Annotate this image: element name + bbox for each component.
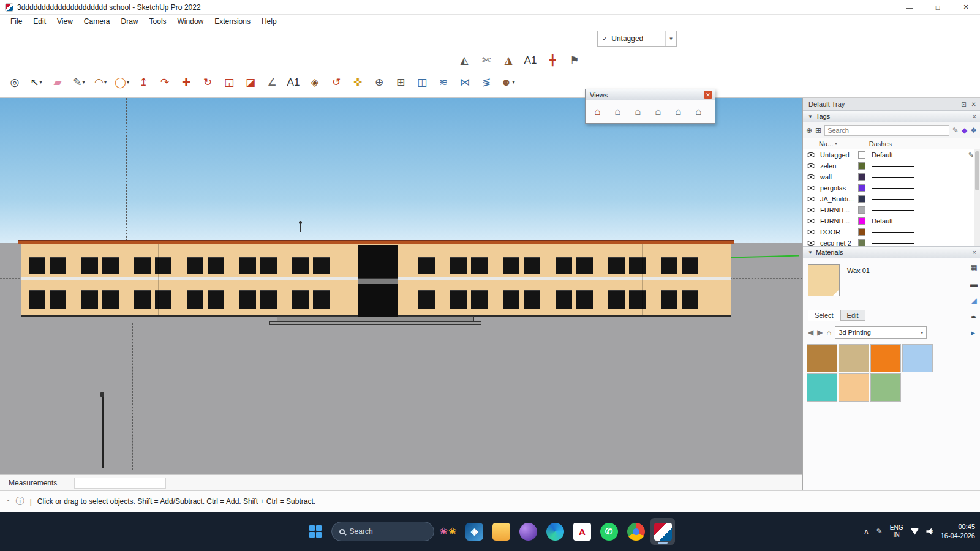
tag-tool-icon[interactable]: ◆ (962, 126, 967, 135)
tool-button[interactable]: ≋ (434, 72, 453, 92)
tool-button[interactable]: ✚ (176, 72, 196, 92)
tags-scrollbar[interactable] (974, 149, 980, 246)
menu-item[interactable]: Extensions (209, 16, 256, 27)
tool-button[interactable]: ◪ (241, 72, 260, 92)
maximize-button[interactable]: □ (924, 0, 952, 15)
menu-item[interactable]: Draw (116, 16, 144, 27)
chevron-down-icon[interactable]: ▾ (665, 31, 676, 46)
tool-button[interactable]: ⋈ (455, 72, 475, 92)
tool-button[interactable]: ✜ (348, 72, 368, 92)
taskbar-app[interactable] (624, 518, 648, 545)
close-icon[interactable]: × (973, 249, 976, 256)
tag-dashes-cell[interactable] (870, 227, 923, 238)
tool-button[interactable]: ✎ ▾ (69, 72, 89, 92)
close-icon[interactable]: ✕ (704, 91, 712, 99)
tool-button[interactable]: ◫ (412, 72, 432, 92)
taskbar-app[interactable]: A (570, 518, 594, 545)
visibility-eye-icon[interactable] (807, 152, 815, 157)
tag-color-swatch[interactable] (858, 228, 865, 236)
view-button[interactable]: ⌂ (669, 103, 687, 121)
chevron-down-icon[interactable]: ▾ (127, 80, 129, 85)
material-swatch[interactable] (902, 344, 933, 372)
taskbar-app[interactable]: ◈ (462, 518, 486, 545)
taskbar-app[interactable] (543, 518, 567, 545)
tool-button[interactable]: ◈ (305, 72, 325, 92)
view-button[interactable]: ⌂ (589, 103, 606, 121)
tab-edit[interactable]: Edit (840, 310, 865, 321)
tool-button[interactable]: ⚑ (565, 50, 584, 70)
status-icon[interactable]: ⓘ (15, 496, 24, 507)
chevron-down-icon[interactable]: ▾ (104, 80, 107, 85)
start-button[interactable] (305, 521, 326, 542)
visibility-eye-icon[interactable] (807, 230, 815, 234)
views-palette-titlebar[interactable]: Views ✕ (586, 89, 715, 100)
material-tool-icon[interactable]: ▦ (970, 263, 977, 272)
tag-color-swatch[interactable] (858, 173, 865, 181)
volume-muted-icon[interactable]: × (926, 528, 933, 535)
tool-button[interactable]: ◯ ▾ (112, 72, 132, 92)
add-tag-folder-icon[interactable]: ⊞ (815, 126, 821, 135)
tool-button[interactable]: ✄ (477, 50, 496, 70)
tag-dashes-cell[interactable] (870, 160, 923, 171)
menu-item[interactable]: View (51, 16, 78, 27)
tool-button[interactable]: ⊞ (391, 72, 410, 92)
hidden-icons-chevron[interactable]: ∧ (864, 527, 869, 536)
tag-dashes-cell[interactable] (870, 238, 923, 246)
pin-icon[interactable]: ⊡ (961, 101, 966, 108)
tags-search-input[interactable] (824, 125, 949, 136)
tag-row[interactable]: Untagged Default ✎ (803, 149, 980, 160)
tool-button[interactable]: ◱ (219, 72, 239, 92)
visibility-eye-icon[interactable] (807, 219, 815, 223)
view-button[interactable]: ⌂ (649, 103, 667, 121)
views-palette[interactable]: Views ✕ ⌂ ⌂ ⌂ ⌂ (585, 89, 715, 124)
pen-icon[interactable]: ✎ (876, 527, 883, 536)
tool-button[interactable]: ◭ (454, 50, 474, 70)
dashes-column-header[interactable]: Dashes (869, 140, 892, 148)
menu-item[interactable]: Window (172, 16, 209, 27)
tag-tool-icon[interactable]: ❖ (970, 126, 977, 135)
tag-color-swatch[interactable] (858, 184, 865, 192)
tool-button[interactable]: ≶ (477, 72, 496, 92)
visibility-eye-icon[interactable] (807, 174, 815, 179)
tag-tool-icon[interactable]: ✎ (952, 126, 959, 135)
tag-color-swatch[interactable] (858, 195, 865, 203)
tag-color-swatch[interactable] (858, 239, 865, 246)
menu-item[interactable]: Tools (144, 16, 172, 27)
tag-dashes-cell[interactable] (870, 182, 923, 193)
tool-button[interactable]: ⊕ (369, 72, 389, 92)
menu-item[interactable]: Help (256, 16, 282, 27)
tag-dashes-cell[interactable] (870, 171, 923, 182)
tag-color-swatch[interactable] (858, 162, 865, 170)
wifi-icon[interactable] (910, 528, 919, 535)
taskbar-search[interactable]: Search (331, 522, 434, 541)
tag-row[interactable]: ceco net 2 ✎ (803, 238, 980, 246)
visibility-eye-icon[interactable] (807, 241, 815, 246)
forward-arrow-icon[interactable]: ▶ (817, 328, 823, 337)
view-button[interactable]: ⌂ (629, 103, 647, 121)
menu-item[interactable]: Camera (78, 16, 116, 27)
tag-row[interactable]: FURNIT... ✎ (803, 204, 980, 216)
close-icon[interactable]: ✕ (971, 101, 976, 108)
view-button[interactable]: ⌂ (690, 103, 707, 121)
materials-section-header[interactable]: ▼ Materials × (803, 246, 980, 258)
tool-button[interactable]: ☻ ▾ (498, 72, 518, 92)
tag-row[interactable]: pergolas ✎ (803, 182, 980, 193)
material-swatch[interactable] (870, 373, 901, 402)
taskbar-app[interactable] (650, 518, 675, 545)
tag-row[interactable]: JA_Buildi... ✎ (803, 193, 980, 204)
tag-dashes-cell[interactable]: Default (870, 149, 923, 160)
material-tool-icon[interactable]: ✒ (971, 313, 977, 321)
material-swatch[interactable] (807, 344, 837, 372)
tool-button[interactable]: ◮ (499, 50, 518, 70)
status-icon[interactable]: ◔ (5, 496, 10, 507)
tool-button[interactable]: ↻ (198, 72, 217, 92)
tag-row[interactable]: wall ✎ (803, 171, 980, 182)
minimize-button[interactable]: — (895, 0, 924, 15)
visibility-eye-icon[interactable] (807, 208, 815, 212)
tool-button[interactable]: ▰ (48, 72, 67, 92)
tag-dashes-cell[interactable]: Default (870, 216, 923, 227)
material-swatch[interactable] (839, 373, 869, 402)
material-tool-icon[interactable]: ◢ (971, 296, 976, 305)
tag-dashes-cell[interactable] (870, 193, 923, 204)
material-swatch[interactable] (807, 373, 837, 402)
